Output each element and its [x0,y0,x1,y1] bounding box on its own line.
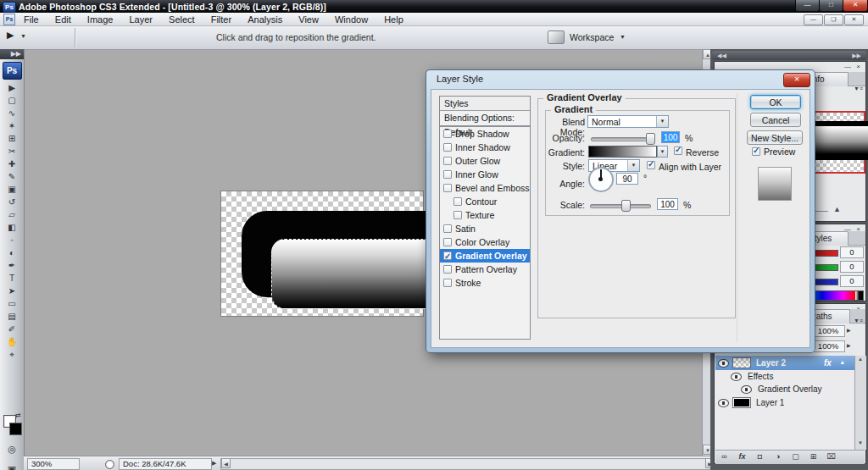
scale-value-field[interactable]: 100 [657,198,678,210]
doc-minimize-button[interactable]: — [804,14,823,25]
layer-row-layer2[interactable]: Layer 2 fx ▴ [715,356,854,370]
style-item-inner-glow[interactable]: Inner Glow [440,168,530,181]
screen-mode-icon[interactable]: ▣ [0,464,24,470]
checkbox[interactable] [443,224,452,233]
marquee-tool-icon[interactable]: ▢ [0,94,24,107]
brush-tool-icon[interactable]: ✎ [0,170,24,183]
opacity-value-field[interactable]: 100 [661,131,680,143]
history-brush-tool-icon[interactable]: ↺ [0,196,24,208]
opacity-field[interactable]: 100% [811,325,845,337]
eyedropper-tool-icon[interactable]: ✐ [0,323,24,335]
visibility-eye-icon[interactable] [718,359,729,368]
style-item-color-overlay[interactable]: Color Overlay [440,235,530,249]
dodge-tool-icon[interactable]: ◐ [0,246,24,259]
style-item-outer-glow[interactable]: Outer Glow [440,154,530,168]
cancel-button[interactable]: Cancel [750,113,801,127]
zoom-in-mountain-icon[interactable]: ▲ [833,205,841,213]
new-layer-icon[interactable]: ⊞ [804,451,822,463]
workspace-label[interactable]: Workspace [570,32,614,42]
menu-image[interactable]: Image [81,14,120,25]
dropdown-caret-icon[interactable]: ▼ [656,116,668,127]
checkbox[interactable] [443,130,452,138]
checkbox[interactable] [443,170,452,179]
minimize-button[interactable]: — [795,0,820,12]
opacity-slider[interactable] [591,137,652,141]
blending-options-item[interactable]: Blending Options: Default [440,111,530,127]
checkbox[interactable] [443,279,452,287]
lasso-tool-icon[interactable]: ∿ [0,107,24,119]
quick-mask-icon[interactable]: ◎ [0,444,24,455]
green-value-field[interactable]: 0 [840,261,864,273]
dock-expand-icon[interactable]: ▶▶ [852,51,861,60]
fill-field[interactable]: 100% [811,340,845,352]
healing-brush-tool-icon[interactable]: ✚ [0,158,24,170]
layer-mask-icon[interactable]: ◘ [751,451,769,463]
visibility-eye-icon[interactable] [741,385,752,394]
close-button[interactable]: ✕ [843,0,868,12]
background-color-swatch[interactable] [9,423,22,435]
checkbox[interactable] [443,238,452,246]
visibility-eye-icon[interactable] [718,399,729,407]
fill-caret-icon[interactable]: ▶ [847,342,851,348]
layer-name[interactable]: Layer 1 [756,398,784,407]
toolbox-collapse-icon[interactable]: ▶▶ [0,49,24,59]
scroll-down-icon[interactable]: ▼ [858,440,863,445]
status-play-icon[interactable]: ▶ [212,460,216,467]
menu-select[interactable]: Select [162,14,202,25]
crop-tool-icon[interactable]: ⊞ [0,132,24,145]
dialog-close-button[interactable]: ✕ [783,73,810,87]
move-tool-icon[interactable]: ▶ [7,30,14,41]
menu-filter[interactable]: Filter [204,14,238,25]
zoom-level-field[interactable]: 300% [27,458,80,470]
preview-checkbox[interactable] [752,147,760,156]
style-item-stroke[interactable]: Stroke [440,276,530,290]
tool-preset-caret-icon[interactable]: ▼ [20,33,26,39]
reverse-checkbox[interactable] [674,147,682,155]
checkbox[interactable] [443,184,452,192]
checkbox[interactable] [443,157,452,165]
hand-tool-icon[interactable]: ✋ [0,335,24,348]
checkbox[interactable] [453,197,462,206]
adjustment-layer-icon[interactable]: ◑ [769,451,787,463]
quick-selection-tool-icon[interactable]: ✶ [0,119,24,132]
layer-name[interactable]: Layer 2 [756,358,786,368]
blend-mode-dropdown[interactable]: Normal▼ [587,115,669,128]
scroll-left-icon[interactable]: ◀ [221,458,231,468]
layer-row-layer1[interactable]: Layer 1 [715,395,854,410]
collapse-effects-icon[interactable]: ▴ [841,359,844,366]
layer-style-fx-icon[interactable]: fx [733,451,751,463]
scale-slider-thumb[interactable] [621,200,631,212]
menu-view[interactable]: View [292,14,326,25]
checkbox[interactable] [443,143,452,152]
eraser-tool-icon[interactable]: ▱ [0,208,24,221]
checkbox[interactable] [443,265,452,274]
fx-badge[interactable]: fx [824,358,832,368]
opacity-slider-thumb[interactable] [646,133,655,145]
layer-thumbnail[interactable] [732,357,751,368]
move-tool-icon[interactable]: ▶ [0,81,24,94]
style-item-inner-shadow[interactable]: Inner Shadow [440,141,530,154]
app-icon[interactable]: Ps [3,2,16,13]
maximize-button[interactable]: □ [819,0,843,12]
checkbox-checked[interactable] [443,252,452,260]
notes-tool-icon[interactable]: ▤ [0,310,24,323]
delete-layer-icon[interactable]: ⌧ [822,451,840,463]
layer-row-gradient-overlay[interactable]: Gradient Overlay [715,383,854,395]
dock-collapse-left-icon[interactable]: ◀◀ [717,51,726,60]
navigator-panel-menu-icon[interactable]: ▼≡ [854,86,863,91]
path-selection-tool-icon[interactable]: ➤ [0,285,24,297]
shape-tool-icon[interactable]: ▭ [0,297,24,310]
gradient-tool-icon[interactable]: ◧ [0,221,24,234]
angle-dial[interactable] [588,167,614,192]
clone-stamp-tool-icon[interactable]: ▣ [0,183,24,196]
document-canvas[interactable] [220,191,424,317]
link-layers-icon[interactable]: ∞ [715,451,733,463]
doc-size-info[interactable]: Doc: 28.6K/47.6K [119,458,212,470]
layers-scrollbar[interactable]: ▲ ▼ [854,356,866,450]
type-tool-icon[interactable]: T [0,272,24,285]
dock-collapse-bar[interactable]: ◀◀ ▶▶ [712,51,866,60]
navigator-panel-controls[interactable]: — × [844,63,862,70]
style-item-bevel-and-emboss[interactable]: Bevel and Emboss [440,181,530,195]
menu-edit[interactable]: Edit [48,14,78,25]
red-value-field[interactable]: 0 [840,246,864,258]
